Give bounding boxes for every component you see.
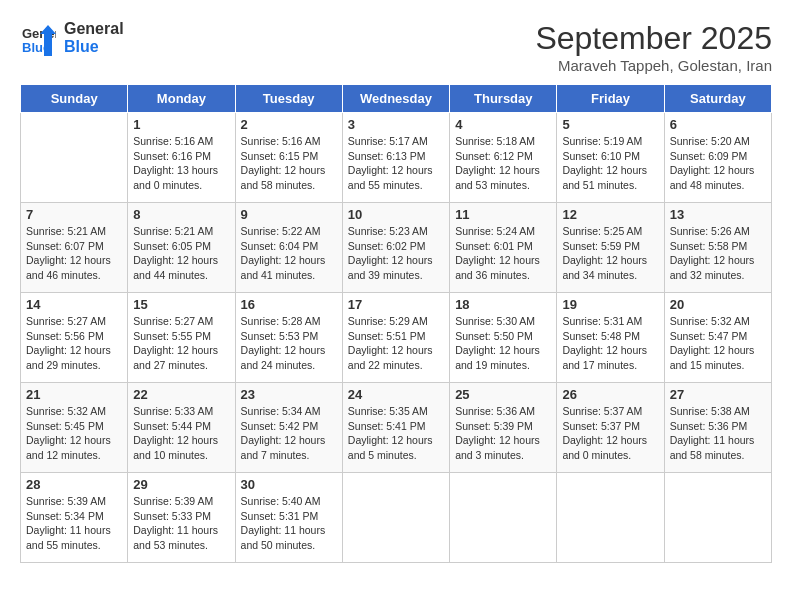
calendar-cell: 16Sunrise: 5:28 AM Sunset: 5:53 PM Dayli… bbox=[235, 293, 342, 383]
calendar-cell: 6Sunrise: 5:20 AM Sunset: 6:09 PM Daylig… bbox=[664, 113, 771, 203]
day-info: Sunrise: 5:26 AM Sunset: 5:58 PM Dayligh… bbox=[670, 224, 766, 283]
calendar-cell bbox=[450, 473, 557, 563]
calendar-cell: 10Sunrise: 5:23 AM Sunset: 6:02 PM Dayli… bbox=[342, 203, 449, 293]
day-number: 7 bbox=[26, 207, 122, 222]
calendar-cell: 1Sunrise: 5:16 AM Sunset: 6:16 PM Daylig… bbox=[128, 113, 235, 203]
day-number: 4 bbox=[455, 117, 551, 132]
day-number: 8 bbox=[133, 207, 229, 222]
day-number: 3 bbox=[348, 117, 444, 132]
day-number: 1 bbox=[133, 117, 229, 132]
day-info: Sunrise: 5:28 AM Sunset: 5:53 PM Dayligh… bbox=[241, 314, 337, 373]
location-subtitle: Maraveh Tappeh, Golestan, Iran bbox=[535, 57, 772, 74]
calendar-cell: 30Sunrise: 5:40 AM Sunset: 5:31 PM Dayli… bbox=[235, 473, 342, 563]
day-number: 19 bbox=[562, 297, 658, 312]
day-info: Sunrise: 5:22 AM Sunset: 6:04 PM Dayligh… bbox=[241, 224, 337, 283]
day-info: Sunrise: 5:29 AM Sunset: 5:51 PM Dayligh… bbox=[348, 314, 444, 373]
day-header-sunday: Sunday bbox=[21, 85, 128, 113]
day-info: Sunrise: 5:33 AM Sunset: 5:44 PM Dayligh… bbox=[133, 404, 229, 463]
day-number: 28 bbox=[26, 477, 122, 492]
calendar-week-row: 14Sunrise: 5:27 AM Sunset: 5:56 PM Dayli… bbox=[21, 293, 772, 383]
day-info: Sunrise: 5:21 AM Sunset: 6:05 PM Dayligh… bbox=[133, 224, 229, 283]
day-info: Sunrise: 5:36 AM Sunset: 5:39 PM Dayligh… bbox=[455, 404, 551, 463]
calendar-cell: 25Sunrise: 5:36 AM Sunset: 5:39 PM Dayli… bbox=[450, 383, 557, 473]
day-number: 16 bbox=[241, 297, 337, 312]
calendar-cell: 18Sunrise: 5:30 AM Sunset: 5:50 PM Dayli… bbox=[450, 293, 557, 383]
day-info: Sunrise: 5:32 AM Sunset: 5:47 PM Dayligh… bbox=[670, 314, 766, 373]
calendar-week-row: 21Sunrise: 5:32 AM Sunset: 5:45 PM Dayli… bbox=[21, 383, 772, 473]
day-info: Sunrise: 5:39 AM Sunset: 5:33 PM Dayligh… bbox=[133, 494, 229, 553]
day-number: 22 bbox=[133, 387, 229, 402]
page-header: General Blue General Blue September 2025… bbox=[20, 20, 772, 74]
day-number: 20 bbox=[670, 297, 766, 312]
day-header-saturday: Saturday bbox=[664, 85, 771, 113]
day-header-tuesday: Tuesday bbox=[235, 85, 342, 113]
calendar-cell: 14Sunrise: 5:27 AM Sunset: 5:56 PM Dayli… bbox=[21, 293, 128, 383]
calendar-cell: 7Sunrise: 5:21 AM Sunset: 6:07 PM Daylig… bbox=[21, 203, 128, 293]
day-info: Sunrise: 5:18 AM Sunset: 6:12 PM Dayligh… bbox=[455, 134, 551, 193]
calendar-cell: 4Sunrise: 5:18 AM Sunset: 6:12 PM Daylig… bbox=[450, 113, 557, 203]
calendar-cell: 12Sunrise: 5:25 AM Sunset: 5:59 PM Dayli… bbox=[557, 203, 664, 293]
day-number: 6 bbox=[670, 117, 766, 132]
calendar-cell: 28Sunrise: 5:39 AM Sunset: 5:34 PM Dayli… bbox=[21, 473, 128, 563]
day-number: 25 bbox=[455, 387, 551, 402]
calendar-cell: 27Sunrise: 5:38 AM Sunset: 5:36 PM Dayli… bbox=[664, 383, 771, 473]
calendar-cell bbox=[557, 473, 664, 563]
calendar-cell: 5Sunrise: 5:19 AM Sunset: 6:10 PM Daylig… bbox=[557, 113, 664, 203]
calendar-cell: 11Sunrise: 5:24 AM Sunset: 6:01 PM Dayli… bbox=[450, 203, 557, 293]
day-number: 30 bbox=[241, 477, 337, 492]
calendar-week-row: 1Sunrise: 5:16 AM Sunset: 6:16 PM Daylig… bbox=[21, 113, 772, 203]
day-number: 9 bbox=[241, 207, 337, 222]
calendar-cell: 9Sunrise: 5:22 AM Sunset: 6:04 PM Daylig… bbox=[235, 203, 342, 293]
day-number: 17 bbox=[348, 297, 444, 312]
calendar-week-row: 28Sunrise: 5:39 AM Sunset: 5:34 PM Dayli… bbox=[21, 473, 772, 563]
day-info: Sunrise: 5:19 AM Sunset: 6:10 PM Dayligh… bbox=[562, 134, 658, 193]
day-header-friday: Friday bbox=[557, 85, 664, 113]
calendar-cell: 20Sunrise: 5:32 AM Sunset: 5:47 PM Dayli… bbox=[664, 293, 771, 383]
calendar-table: SundayMondayTuesdayWednesdayThursdayFrid… bbox=[20, 84, 772, 563]
day-number: 10 bbox=[348, 207, 444, 222]
day-header-wednesday: Wednesday bbox=[342, 85, 449, 113]
day-header-thursday: Thursday bbox=[450, 85, 557, 113]
calendar-cell: 29Sunrise: 5:39 AM Sunset: 5:33 PM Dayli… bbox=[128, 473, 235, 563]
day-info: Sunrise: 5:27 AM Sunset: 5:55 PM Dayligh… bbox=[133, 314, 229, 373]
calendar-cell bbox=[342, 473, 449, 563]
day-number: 13 bbox=[670, 207, 766, 222]
calendar-cell: 26Sunrise: 5:37 AM Sunset: 5:37 PM Dayli… bbox=[557, 383, 664, 473]
day-number: 21 bbox=[26, 387, 122, 402]
day-number: 18 bbox=[455, 297, 551, 312]
day-info: Sunrise: 5:37 AM Sunset: 5:37 PM Dayligh… bbox=[562, 404, 658, 463]
logo-icon: General Blue bbox=[20, 20, 56, 56]
day-number: 14 bbox=[26, 297, 122, 312]
day-info: Sunrise: 5:34 AM Sunset: 5:42 PM Dayligh… bbox=[241, 404, 337, 463]
day-number: 15 bbox=[133, 297, 229, 312]
day-info: Sunrise: 5:32 AM Sunset: 5:45 PM Dayligh… bbox=[26, 404, 122, 463]
day-info: Sunrise: 5:39 AM Sunset: 5:34 PM Dayligh… bbox=[26, 494, 122, 553]
calendar-cell: 22Sunrise: 5:33 AM Sunset: 5:44 PM Dayli… bbox=[128, 383, 235, 473]
day-number: 2 bbox=[241, 117, 337, 132]
day-number: 11 bbox=[455, 207, 551, 222]
day-info: Sunrise: 5:16 AM Sunset: 6:16 PM Dayligh… bbox=[133, 134, 229, 193]
day-number: 27 bbox=[670, 387, 766, 402]
day-info: Sunrise: 5:16 AM Sunset: 6:15 PM Dayligh… bbox=[241, 134, 337, 193]
calendar-cell bbox=[21, 113, 128, 203]
day-info: Sunrise: 5:38 AM Sunset: 5:36 PM Dayligh… bbox=[670, 404, 766, 463]
calendar-cell: 8Sunrise: 5:21 AM Sunset: 6:05 PM Daylig… bbox=[128, 203, 235, 293]
day-number: 23 bbox=[241, 387, 337, 402]
day-info: Sunrise: 5:27 AM Sunset: 5:56 PM Dayligh… bbox=[26, 314, 122, 373]
logo: General Blue General Blue bbox=[20, 20, 124, 56]
day-info: Sunrise: 5:25 AM Sunset: 5:59 PM Dayligh… bbox=[562, 224, 658, 283]
day-info: Sunrise: 5:30 AM Sunset: 5:50 PM Dayligh… bbox=[455, 314, 551, 373]
day-number: 29 bbox=[133, 477, 229, 492]
day-info: Sunrise: 5:20 AM Sunset: 6:09 PM Dayligh… bbox=[670, 134, 766, 193]
calendar-cell: 3Sunrise: 5:17 AM Sunset: 6:13 PM Daylig… bbox=[342, 113, 449, 203]
day-number: 26 bbox=[562, 387, 658, 402]
title-block: September 2025 Maraveh Tappeh, Golestan,… bbox=[535, 20, 772, 74]
calendar-header-row: SundayMondayTuesdayWednesdayThursdayFrid… bbox=[21, 85, 772, 113]
day-info: Sunrise: 5:35 AM Sunset: 5:41 PM Dayligh… bbox=[348, 404, 444, 463]
day-info: Sunrise: 5:31 AM Sunset: 5:48 PM Dayligh… bbox=[562, 314, 658, 373]
day-info: Sunrise: 5:23 AM Sunset: 6:02 PM Dayligh… bbox=[348, 224, 444, 283]
day-number: 24 bbox=[348, 387, 444, 402]
day-info: Sunrise: 5:21 AM Sunset: 6:07 PM Dayligh… bbox=[26, 224, 122, 283]
day-info: Sunrise: 5:40 AM Sunset: 5:31 PM Dayligh… bbox=[241, 494, 337, 553]
calendar-cell: 2Sunrise: 5:16 AM Sunset: 6:15 PM Daylig… bbox=[235, 113, 342, 203]
